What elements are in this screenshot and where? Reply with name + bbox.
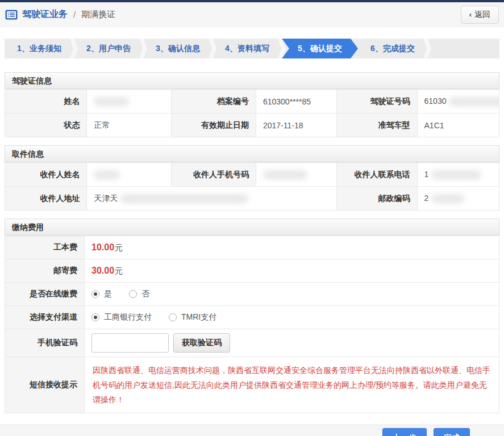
channel-icbc-label[interactable]: 工商银行支付 (104, 312, 152, 322)
sms-code-cell: 获取验证码 (85, 329, 499, 357)
sms-code-input[interactable] (91, 333, 169, 353)
redacted-recipient-address (120, 194, 248, 203)
cost-fee-value: 10.00元 (85, 236, 499, 259)
vehicle-class-value: A1C1 (417, 114, 499, 137)
postage-fee-label: 邮寄费 (5, 259, 85, 283)
redacted-recipient-phone (431, 170, 481, 179)
recipient-phone-value: 1 (417, 163, 499, 187)
sms-notice-cell: 因陕西省联通、电信运营商技术问题，陕西省互联网交通安全综合服务管理平台无法向持陕… (85, 357, 499, 413)
license-no-value: 61030 (417, 90, 499, 114)
channel-tmri-radio[interactable] (169, 313, 177, 321)
page-header: 驾驶证业务 / 期满换证 ‹ 返回 (0, 2, 504, 27)
expiry-label: 有效期止日期 (172, 114, 256, 137)
page-title: 驾驶证业务 (22, 9, 68, 20)
step-5-confirm-submit[interactable]: 5、确认提交 (282, 39, 358, 58)
postage-fee-value: 30.00元 (85, 259, 499, 283)
redacted-postcode (431, 194, 464, 203)
step-1-business-notice[interactable]: 1、业务须知 (5, 39, 74, 58)
step-2-user-declaration[interactable]: 2、用户申告 (74, 39, 143, 58)
expiry-value: 2017-11-18 (256, 114, 336, 137)
step-4-fill-data[interactable]: 4、资料填写 (213, 39, 282, 58)
pay-channel-options: 工商银行支付 TMRI支付 (85, 306, 499, 329)
license-no-label: 驾驶证号码 (336, 90, 417, 114)
status-label: 状态 (5, 114, 87, 137)
sms-notice-text: 因陕西省联通、电信运营商技术问题，陕西省互联网交通安全综合服务管理平台无法向持陕… (91, 359, 492, 410)
recipient-name-value (87, 163, 172, 187)
payment-title: 缴纳费用 (5, 219, 499, 236)
step-progress-bar: 1、业务须知 2、用户申告 3、确认信息 4、资料填写 5、确认提交 6、完成提… (5, 39, 499, 58)
redacted-license-no (449, 97, 499, 106)
table-row: 状态 正常 有效期止日期 2017-11-18 准驾车型 A1C1 (5, 114, 499, 137)
table-row: 邮寄费 30.00元 (5, 259, 499, 283)
table-row: 工本费 10.00元 (5, 236, 499, 259)
sms-code-label: 手机验证码 (5, 329, 85, 357)
back-chevron-icon: ‹ (469, 10, 472, 19)
pay-channel-label: 选择支付渠道 (5, 306, 85, 329)
recipient-phone-label: 收件人联系电话 (336, 163, 417, 187)
redacted-recipient-mobile (263, 170, 307, 179)
payment-table: 工本费 10.00元 邮寄费 30.00元 是否在线缴费 是 (5, 236, 499, 413)
breadcrumb: 驾驶证业务 / 期满换证 (5, 9, 115, 20)
file-no-value: 610300****85 (256, 90, 336, 114)
online-pay-yes-label[interactable]: 是 (104, 289, 112, 299)
table-row: 收件人姓名 收件人手机号码 收件人联系电话 1 (5, 163, 499, 187)
step-3-confirm-info[interactable]: 3、确认信息 (143, 39, 213, 58)
status-value: 正常 (87, 114, 172, 137)
previous-step-button[interactable]: 上一步 (382, 428, 427, 436)
file-no-label: 档案编号 (172, 90, 256, 114)
table-row: 短信接收提示 因陕西省联通、电信运营商技术问题，陕西省互联网交通安全综合服务管理… (5, 357, 499, 413)
table-row: 姓名 档案编号 610300****85 驾驶证号码 61030 (5, 90, 499, 114)
pickup-info-title: 取件信息 (5, 145, 499, 162)
postcode-label: 邮政编码 (336, 187, 417, 211)
redacted-name (94, 97, 129, 106)
cost-fee-label: 工本费 (5, 236, 85, 259)
table-row: 是否在线缴费 是 否 (5, 283, 499, 306)
recipient-name-label: 收件人姓名 (5, 163, 87, 187)
license-info-table: 姓名 档案编号 610300****85 驾驶证号码 61030 状态 正常 有… (5, 89, 499, 137)
license-info-section: 驾驶证信息 姓名 档案编号 610300****85 驾驶证号码 61030 状… (5, 72, 499, 137)
page-subtitle: 期满换证 (81, 9, 115, 20)
online-pay-options: 是 否 (85, 283, 499, 306)
table-row: 选择支付渠道 工商银行支付 TMRI支付 (5, 306, 499, 329)
table-row: 手机验证码 获取验证码 (5, 329, 499, 357)
license-info-title: 驾驶证信息 (5, 72, 499, 89)
breadcrumb-divider: / (73, 10, 76, 19)
table-row: 收件人地址 天津天 邮政编码 2 (5, 187, 499, 211)
pickup-info-table: 收件人姓名 收件人手机号码 收件人联系电话 1 收件人地址 天津天 邮政编码 2 (5, 162, 499, 211)
payment-section: 缴纳费用 工本费 10.00元 邮寄费 30.00元 是否在线缴费 是 (5, 219, 499, 413)
back-button[interactable]: ‹ 返回 (461, 6, 499, 24)
online-pay-no-radio[interactable] (129, 290, 137, 298)
sms-notice-label: 短信接收提示 (5, 357, 85, 413)
online-pay-yes-radio[interactable] (91, 290, 99, 298)
footer-action-bar: 上一步 完成 (0, 425, 504, 436)
online-pay-label: 是否在线缴费 (5, 283, 85, 306)
form-list-icon (5, 10, 18, 20)
recipient-mobile-value (256, 163, 336, 187)
redacted-recipient-name (94, 170, 120, 179)
recipient-address-value: 天津天 (87, 187, 336, 211)
recipient-mobile-label: 收件人手机号码 (172, 163, 256, 187)
name-label: 姓名 (5, 90, 87, 114)
channel-tmri-label[interactable]: TMRI支付 (181, 312, 216, 322)
recipient-address-label: 收件人地址 (5, 187, 87, 211)
channel-icbc-radio[interactable] (91, 313, 99, 321)
step-bar-filler (427, 39, 499, 58)
online-pay-no-label[interactable]: 否 (141, 289, 149, 299)
step-6-complete-submit[interactable]: 6、完成提交 (358, 39, 427, 58)
back-button-label: 返回 (474, 10, 490, 20)
get-sms-code-button[interactable]: 获取验证码 (173, 333, 230, 353)
finish-button[interactable]: 完成 (434, 428, 470, 436)
pickup-info-section: 取件信息 收件人姓名 收件人手机号码 收件人联系电话 1 收件人地址 天津天 邮… (5, 145, 499, 211)
name-value (87, 90, 172, 114)
postcode-value: 2 (417, 187, 499, 211)
vehicle-class-label: 准驾车型 (336, 114, 417, 137)
